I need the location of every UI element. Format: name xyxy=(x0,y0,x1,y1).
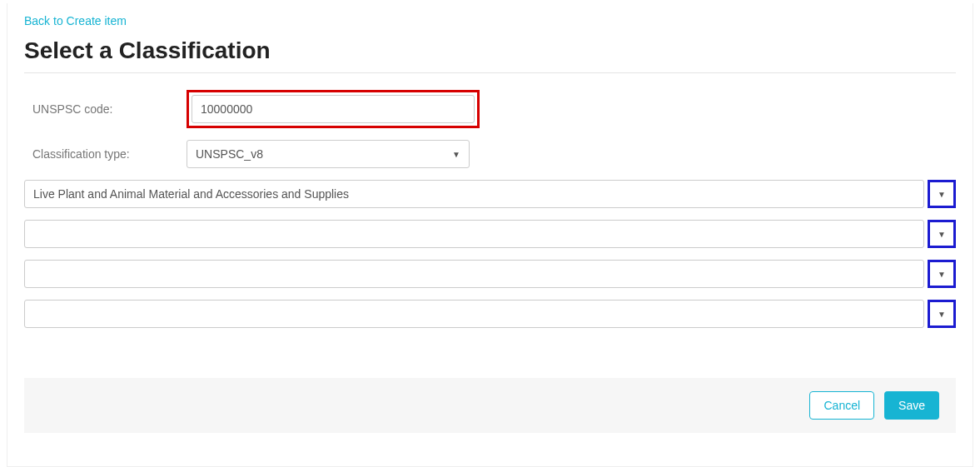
select-level-4[interactable] xyxy=(24,300,924,328)
level-1-container: Live Plant and Animal Material and Acces… xyxy=(24,180,956,208)
level-2-container: ▼ xyxy=(24,220,956,248)
cancel-button[interactable]: Cancel xyxy=(809,391,874,420)
chevron-down-icon[interactable]: ▼ xyxy=(938,230,946,239)
back-link[interactable]: Back to Create item xyxy=(24,14,127,27)
classification-panel: Back to Create item Select a Classificat… xyxy=(7,3,973,467)
select-level-2[interactable] xyxy=(24,220,924,248)
select-classification-type-value: UNSPSC_v8 xyxy=(196,147,263,161)
level-4-container: ▼ xyxy=(24,300,956,328)
select-classification-type[interactable]: UNSPSC_v8 ▼ xyxy=(187,140,470,168)
select-level-3[interactable] xyxy=(24,260,924,288)
save-button[interactable]: Save xyxy=(884,391,939,420)
chevron-down-icon[interactable]: ▼ xyxy=(938,310,946,319)
chevron-down-icon[interactable]: ▼ xyxy=(938,270,946,279)
chevron-down-icon: ▼ xyxy=(452,150,460,159)
chevron-down-icon[interactable]: ▼ xyxy=(938,190,946,199)
highlight-level-3-caret: ▼ xyxy=(928,260,956,288)
input-unspsc-code[interactable] xyxy=(192,95,475,123)
select-level-1[interactable]: Live Plant and Animal Material and Acces… xyxy=(24,180,924,208)
row-unspsc-code: UNSPSC code: xyxy=(24,90,956,128)
cascading-selects: Live Plant and Animal Material and Acces… xyxy=(24,180,956,328)
label-unspsc-code: UNSPSC code: xyxy=(32,102,187,116)
footer-bar: Cancel Save xyxy=(24,378,956,433)
level-3-container: ▼ xyxy=(24,260,956,288)
highlight-level-4-caret: ▼ xyxy=(928,300,956,328)
row-classification-type: Classification type: UNSPSC_v8 ▼ xyxy=(24,140,956,168)
page-title: Select a Classification xyxy=(24,37,956,73)
highlight-level-2-caret: ▼ xyxy=(928,220,956,248)
label-classification-type: Classification type: xyxy=(32,147,187,161)
highlight-level-1-caret: ▼ xyxy=(928,180,956,208)
select-level-1-value: Live Plant and Animal Material and Acces… xyxy=(33,187,915,201)
highlight-unspsc-code xyxy=(187,90,480,128)
